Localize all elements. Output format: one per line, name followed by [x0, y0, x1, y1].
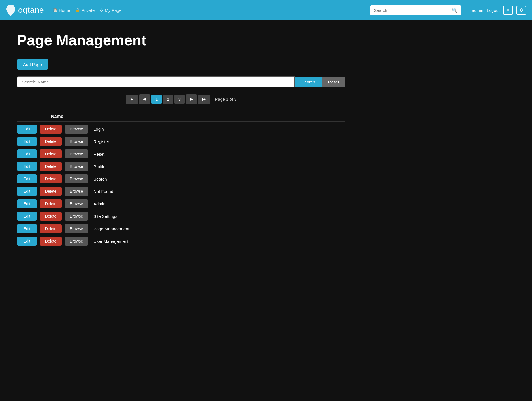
search-name-input[interactable]	[17, 76, 295, 87]
table-row: Edit Delete Browse Register	[17, 135, 345, 148]
search-bar-row: Search Reset	[17, 76, 345, 87]
reset-button[interactable]: Reset	[322, 77, 345, 87]
logo-icon	[6, 4, 16, 16]
delete-button[interactable]: Delete	[40, 187, 62, 196]
nav-mypage-label: My Page	[105, 8, 121, 13]
pagination-next[interactable]: ▶	[186, 94, 197, 104]
settings-icon: ⚙	[520, 8, 523, 13]
browse-button[interactable]: Browse	[65, 237, 88, 246]
edit-button[interactable]: Edit	[17, 199, 37, 208]
user-name: admin	[472, 8, 483, 13]
pagination-last[interactable]: ⏭	[198, 95, 210, 104]
header-search-button[interactable]: 🔍	[448, 5, 461, 15]
table-row: Edit Delete Browse User Management	[17, 235, 345, 247]
column-name-header: Name	[51, 114, 63, 119]
search-submit-button[interactable]: Search	[295, 77, 322, 87]
home-icon: 🏠	[53, 8, 57, 12]
delete-button[interactable]: Delete	[40, 199, 62, 208]
nav-home-label: Home	[59, 8, 70, 13]
browse-button[interactable]: Browse	[65, 212, 88, 221]
edit-button[interactable]: Edit	[17, 224, 37, 233]
delete-button[interactable]: Delete	[40, 174, 62, 183]
nav-private-label: Private	[82, 8, 95, 13]
header-search-box: 🔍	[370, 5, 461, 15]
delete-button[interactable]: Delete	[40, 224, 62, 233]
browse-button[interactable]: Browse	[65, 125, 88, 134]
browse-button[interactable]: Browse	[65, 187, 88, 196]
nav-mypage[interactable]: ⚙ My Page	[100, 8, 121, 13]
row-name: Reset	[93, 152, 104, 156]
title-divider	[17, 52, 345, 52]
row-name: Profile	[93, 164, 106, 169]
pagination-page-2[interactable]: 2	[163, 95, 173, 104]
row-name: Page Management	[93, 226, 129, 231]
edit-icon: ✏	[506, 8, 510, 13]
table-row: Edit Delete Browse Login	[17, 123, 345, 135]
logo[interactable]: oqtane	[6, 4, 44, 16]
table-row: Edit Delete Browse Search	[17, 173, 345, 185]
delete-button[interactable]: Delete	[40, 149, 62, 158]
edit-button[interactable]: Edit	[17, 162, 37, 171]
page-icon: ⚙	[100, 8, 103, 12]
nav-home[interactable]: 🏠 Home	[53, 8, 70, 13]
header: oqtane 🏠 Home 🔒 Private ⚙ My Page 🔍 admi…	[0, 0, 532, 20]
browse-button[interactable]: Browse	[65, 174, 88, 183]
delete-button[interactable]: Delete	[40, 137, 62, 146]
browse-button[interactable]: Browse	[65, 162, 88, 171]
page-info: Page 1 of 3	[215, 97, 237, 102]
delete-button[interactable]: Delete	[40, 237, 62, 246]
browse-button[interactable]: Browse	[65, 199, 88, 208]
pagination-page-1[interactable]: 1	[151, 95, 162, 104]
row-name: Admin	[93, 201, 106, 206]
browse-button[interactable]: Browse	[65, 137, 88, 146]
row-name: User Management	[93, 239, 128, 244]
main-nav: 🏠 Home 🔒 Private ⚙ My Page	[53, 8, 122, 13]
edit-button[interactable]: Edit	[17, 237, 37, 246]
row-name: Site Settings	[93, 214, 117, 219]
delete-button[interactable]: Delete	[40, 162, 62, 171]
header-search-area: 🔍	[370, 5, 461, 15]
browse-button[interactable]: Browse	[65, 149, 88, 158]
edit-button[interactable]: Edit	[17, 137, 37, 146]
table-row: Edit Delete Browse Admin	[17, 198, 345, 210]
edit-button[interactable]: Edit	[17, 212, 37, 221]
row-name: Not Found	[93, 189, 113, 194]
page-title: Page Management	[17, 32, 345, 49]
table-row: Edit Delete Browse Not Found	[17, 185, 345, 198]
nav-private[interactable]: 🔒 Private	[75, 8, 95, 13]
edit-button[interactable]: Edit	[17, 149, 37, 158]
lock-icon: 🔒	[75, 8, 80, 12]
header-search-input[interactable]	[370, 6, 448, 15]
row-name: Register	[93, 139, 109, 144]
logo-text: oqtane	[18, 6, 44, 15]
edit-button[interactable]: Edit	[17, 187, 37, 196]
edit-icon-button[interactable]: ✏	[503, 6, 513, 15]
table-header: Name	[17, 112, 345, 122]
row-name: Search	[93, 177, 107, 181]
table-row: Edit Delete Browse Reset	[17, 148, 345, 160]
pagination-page-3[interactable]: 3	[174, 95, 185, 104]
table-row: Edit Delete Browse Profile	[17, 160, 345, 173]
user-area: admin Logout ✏ ⚙	[472, 6, 526, 15]
pagination-first[interactable]: ⏮	[126, 95, 138, 104]
main-content: Page Management Add Page Search Reset ⏮ …	[0, 20, 362, 259]
pagination-prev[interactable]: ◀	[139, 94, 150, 104]
table-row: Edit Delete Browse Site Settings	[17, 210, 345, 222]
edit-button[interactable]: Edit	[17, 174, 37, 183]
logout-button[interactable]: Logout	[487, 8, 500, 13]
pagination: ⏮ ◀ 1 2 3 ▶ ⏭ Page 1 of 3	[17, 94, 345, 104]
delete-button[interactable]: Delete	[40, 212, 62, 221]
settings-icon-button[interactable]: ⚙	[516, 6, 526, 15]
row-name: Login	[93, 127, 104, 132]
table-row: Edit Delete Browse Page Management	[17, 222, 345, 235]
add-page-button[interactable]: Add Page	[17, 59, 48, 70]
rows-container: Edit Delete Browse Login Edit Delete Bro…	[17, 123, 345, 247]
edit-button[interactable]: Edit	[17, 125, 37, 134]
browse-button[interactable]: Browse	[65, 224, 88, 233]
delete-button[interactable]: Delete	[40, 125, 62, 134]
